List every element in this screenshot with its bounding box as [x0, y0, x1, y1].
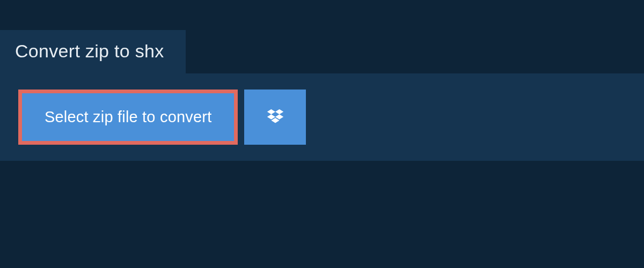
button-row: Select zip file to convert: [18, 90, 644, 145]
dropbox-button[interactable]: [244, 90, 306, 145]
tab-title: Convert zip to shx: [15, 41, 164, 62]
content-panel: Select zip file to convert: [0, 73, 644, 161]
tab-header: Convert zip to shx: [0, 30, 186, 73]
select-file-button[interactable]: Select zip file to convert: [18, 90, 238, 145]
select-file-label: Select zip file to convert: [45, 108, 211, 126]
dropbox-icon: [265, 107, 286, 128]
